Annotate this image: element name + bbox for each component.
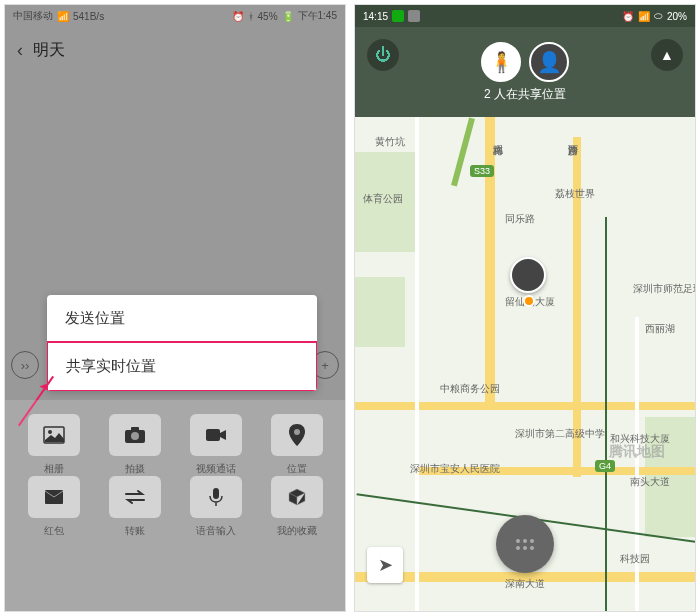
map-label: 西丽湖 <box>645 322 675 336</box>
alarm-icon: ⏰ <box>622 11 634 22</box>
video-icon <box>190 414 242 456</box>
map-park <box>355 277 405 347</box>
highway-badge: G4 <box>595 460 615 472</box>
power-button[interactable]: ⏻ <box>367 39 399 71</box>
map-label: 同乐路 <box>505 212 535 226</box>
signal-icon: 📶 <box>57 11 69 22</box>
user-marker[interactable] <box>510 257 546 293</box>
map-label: 南头大道 <box>630 475 670 489</box>
map-label: 黄竹坑 <box>375 135 405 149</box>
tool-favorites[interactable]: 我的收藏 <box>256 476 337 538</box>
svg-rect-8 <box>213 488 219 499</box>
alarm-icon: ⏰ <box>232 11 244 22</box>
bluetooth-icon: ᚼ <box>248 11 254 22</box>
battery-icon: ⬭ <box>654 10 663 22</box>
voice-toggle-icon[interactable]: ›› <box>11 351 39 379</box>
map-label: 中粮商务公园 <box>440 382 500 396</box>
net-speed: 541B/s <box>73 11 104 22</box>
transfer-icon <box>109 476 161 518</box>
pin-icon <box>271 414 323 456</box>
time-label: 下午1:45 <box>298 9 337 23</box>
avatar[interactable]: 👤 <box>529 42 569 82</box>
mic-icon <box>190 476 242 518</box>
tool-voice-input[interactable]: 语音输入 <box>175 476 256 538</box>
location-point <box>523 295 535 307</box>
map-road <box>355 402 695 410</box>
carrier-label: 中国移动 <box>13 9 53 23</box>
popup-item-send-location[interactable]: 发送位置 <box>47 295 317 342</box>
sharing-count-label: 2 人在共享位置 <box>484 86 566 103</box>
map-view[interactable]: 黄竹坑 体育公园 同乐路 荔枝世界 沙河西路 梅观路 留仙洞大厦 深圳市师范足球… <box>355 117 695 611</box>
map-label: 体育公园 <box>363 192 403 206</box>
battery-label: 45% <box>258 11 278 22</box>
tool-location[interactable]: 位置 <box>256 414 337 476</box>
map-road <box>415 117 419 611</box>
more-tools-panel: 相册 拍摄 视频通话 位置 红包 <box>5 400 345 611</box>
collapse-button[interactable]: ▲ <box>651 39 683 71</box>
location-popup: 发送位置 共享实时位置 <box>47 295 317 391</box>
map-label: 荔枝世界 <box>555 187 595 201</box>
avatar-row: 🧍 👤 <box>481 42 569 82</box>
status-bar: 中国移动 📶 541B/s ⏰ ᚼ 45% 🔋 下午1:45 <box>5 5 345 27</box>
popup-item-share-realtime[interactable]: 共享实时位置 <box>47 341 317 391</box>
tool-video-call[interactable]: 视频通话 <box>175 414 256 476</box>
map-label: 深圳市师范足球训练场 <box>633 282 695 296</box>
tool-album[interactable]: 相册 <box>13 414 94 476</box>
battery-icon: 🔋 <box>282 11 294 22</box>
time-label: 14:15 <box>363 11 388 22</box>
envelope-icon <box>28 476 80 518</box>
svg-point-6 <box>294 429 300 435</box>
map-label: 深圳市宝安人民医院 <box>410 462 500 476</box>
battery-label: 20% <box>667 11 687 22</box>
map-road <box>485 117 495 407</box>
highway-badge: S33 <box>470 165 494 177</box>
more-button[interactable] <box>496 515 554 573</box>
camera-icon <box>109 414 161 456</box>
cube-icon <box>271 476 323 518</box>
app-icon <box>392 10 404 22</box>
tool-camera[interactable]: 拍摄 <box>94 414 175 476</box>
locate-button[interactable]: ➤ <box>367 547 403 583</box>
avatar[interactable]: 🧍 <box>481 42 521 82</box>
tool-red-packet[interactable]: 红包 <box>13 476 94 538</box>
wifi-icon: 📶 <box>638 11 650 22</box>
left-phone-screen: 中国移动 📶 541B/s ⏰ ᚼ 45% 🔋 下午1:45 ‹ 明天 ›› +… <box>4 4 346 612</box>
svg-rect-3 <box>131 427 139 431</box>
map-road <box>635 317 639 611</box>
sharing-header: ⏻ ▲ 🧍 👤 2 人在共享位置 <box>355 27 695 117</box>
right-phone-screen: 14:15 ⏰ 📶 ⬭ 20% ⏻ ▲ 🧍 👤 2 人在共享位置 <box>354 4 696 612</box>
map-watermark: 腾讯地图 <box>609 443 665 461</box>
map-label: 深南大道 <box>505 577 545 591</box>
svg-rect-5 <box>206 429 220 441</box>
app-icon <box>408 10 420 22</box>
svg-point-4 <box>131 432 139 440</box>
map-label: 科技园 <box>620 552 650 566</box>
back-icon[interactable]: ‹ <box>17 40 23 61</box>
status-bar: 14:15 ⏰ 📶 ⬭ 20% <box>355 5 695 27</box>
tool-transfer[interactable]: 转账 <box>94 476 175 538</box>
chat-title: 明天 <box>33 40 65 61</box>
svg-point-1 <box>48 430 52 434</box>
map-label: 深圳市第二高级中学 <box>515 427 605 441</box>
map-subway-line <box>605 217 607 611</box>
chat-header: ‹ 明天 <box>5 27 345 73</box>
album-icon <box>28 414 80 456</box>
